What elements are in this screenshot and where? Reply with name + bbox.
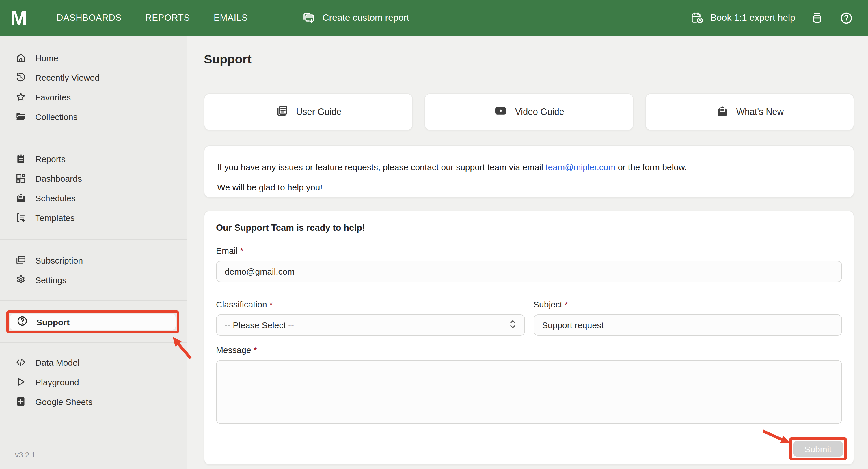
announcement-envelope-icon	[716, 104, 729, 120]
app-logo[interactable]: M	[10, 0, 35, 36]
submit-row: Submit	[216, 437, 847, 460]
user-guide-card[interactable]: User Guide	[204, 94, 413, 130]
history-icon	[15, 71, 27, 83]
youtube-play-icon	[494, 104, 508, 120]
sidebar-item-schedules[interactable]: Schedules	[0, 188, 187, 208]
sidebar-item-collections[interactable]: Collections	[0, 107, 187, 126]
support-email-link[interactable]: team@mipler.com	[546, 162, 615, 172]
create-custom-report-label: Create custom report	[322, 13, 409, 23]
sidebar-group-account: Subscription Settings	[0, 240, 187, 290]
sidebar-item-label: Dashboards	[35, 173, 82, 183]
play-icon	[15, 376, 27, 388]
navbar-menu: DASHBOARDS REPORTS EMAILS	[57, 13, 248, 23]
info-line-1: If you have any issues or feature reques…	[217, 157, 841, 177]
sidebar-item-label: Reports	[35, 154, 66, 164]
card-label: User Guide	[296, 107, 342, 117]
chevron-up-down-icon	[508, 319, 517, 331]
home-icon	[15, 52, 27, 63]
sidebar-item-label: Google Sheets	[35, 397, 93, 406]
create-custom-report-button[interactable]: Create custom report	[302, 11, 409, 25]
sidebar-item-label: Playground	[35, 377, 79, 387]
sidebar-item-home[interactable]: Home	[0, 48, 187, 67]
clipboard-icon	[15, 153, 27, 164]
sidebar-group-tools: Data Model Playground	[0, 343, 187, 411]
main-content: Support User Guide	[187, 36, 868, 469]
email-field[interactable]	[216, 261, 842, 282]
sidebar-item-dashboards[interactable]: Dashboards	[0, 168, 187, 188]
sidebar-item-label: Collections	[35, 112, 78, 122]
help-icon[interactable]	[839, 11, 854, 25]
code-icon	[15, 357, 27, 368]
sidebar-item-label: Home	[35, 53, 58, 63]
book-expert-help-button[interactable]: Book 1:1 expert help	[690, 11, 795, 25]
sidebar-item-templates[interactable]: Templates	[0, 208, 187, 227]
card-label: Video Guide	[515, 107, 564, 117]
sidebar-item-reports[interactable]: Reports	[0, 149, 187, 168]
select-value: -- Please Select --	[225, 320, 294, 330]
sidebar-item-label: Recently Viewed	[35, 72, 100, 82]
subject-field[interactable]	[533, 314, 842, 336]
required-asterisk: *	[240, 246, 243, 256]
video-guide-card[interactable]: Video Guide	[425, 94, 633, 130]
sidebar-item-label: Data Model	[35, 357, 80, 367]
sidebar: Home Recently Viewed	[0, 36, 187, 469]
subject-column: Subject*	[533, 299, 842, 336]
sidebar-group-content: Reports Dashboards	[0, 137, 187, 227]
label-text: Email	[216, 246, 238, 256]
question-circle-icon	[16, 315, 28, 329]
nav-item-reports[interactable]: REPORTS	[145, 13, 190, 23]
sidebar-item-subscription[interactable]: Subscription	[0, 250, 187, 270]
app-root: M DASHBOARDS REPORTS EMAILS Create custo…	[0, 0, 868, 469]
sidebar-item-data-model[interactable]: Data Model	[0, 353, 187, 372]
form-row: Classification* -- Please Select --	[216, 299, 842, 336]
dashboard-grid-icon	[15, 172, 27, 184]
envelope-open-icon	[15, 192, 27, 204]
sidebar-item-recently-viewed[interactable]: Recently Viewed	[0, 67, 187, 87]
info-text: or the form below.	[615, 162, 687, 172]
sheets-icon	[15, 396, 27, 407]
sidebar-item-label: Support	[36, 317, 70, 327]
info-line-2: We will be glad to help you!	[217, 177, 841, 197]
divider	[0, 444, 187, 444]
sidebar-item-playground[interactable]: Playground	[0, 372, 187, 392]
submit-annotation-box: Submit	[789, 437, 847, 460]
sidebar-group-general: Home Recently Viewed	[0, 36, 187, 126]
page-body: Home Recently Viewed	[0, 36, 868, 469]
nav-item-dashboards[interactable]: DASHBOARDS	[57, 13, 122, 23]
sidebar-item-label: Favorites	[35, 92, 71, 102]
sidebar-item-settings[interactable]: Settings	[0, 270, 187, 290]
user-guide-icon	[276, 104, 289, 120]
classification-column: Classification* -- Please Select --	[216, 299, 525, 336]
sidebar-item-google-sheets[interactable]: Google Sheets	[0, 392, 187, 411]
sidebar-item-label: Templates	[35, 212, 75, 223]
calendar-clock-icon	[690, 11, 704, 25]
message-textarea[interactable]	[216, 360, 842, 424]
sidebar-item-support[interactable]: Support	[10, 314, 176, 330]
label-text: Subject	[533, 299, 562, 309]
subscription-cards-icon	[15, 255, 27, 266]
support-annotation-box: Support	[6, 310, 179, 333]
info-text: If you have any issues or feature reques…	[217, 162, 546, 172]
template-list-icon	[15, 212, 27, 223]
gear-icon	[15, 274, 27, 286]
support-info-box: If you have any issues or feature reques…	[204, 145, 854, 198]
required-asterisk: *	[564, 299, 568, 309]
required-asterisk: *	[253, 345, 257, 355]
classification-select[interactable]: -- Please Select --	[216, 314, 525, 336]
archive-icon[interactable]	[810, 11, 824, 25]
subject-label: Subject*	[533, 299, 842, 309]
divider	[0, 300, 187, 301]
app-version: v3.2.1	[0, 450, 187, 459]
guide-cards: User Guide Video Guide	[204, 94, 854, 130]
top-navbar: M DASHBOARDS REPORTS EMAILS Create custo…	[0, 0, 868, 36]
sidebar-item-favorites[interactable]: Favorites	[0, 87, 187, 107]
whats-new-card[interactable]: What's New	[645, 94, 854, 130]
divider	[0, 423, 187, 424]
nav-item-emails[interactable]: EMAILS	[214, 13, 248, 23]
sidebar-item-label: Schedules	[35, 193, 76, 203]
sidebar-item-label: Subscription	[35, 255, 83, 265]
book-expert-help-label: Book 1:1 expert help	[710, 13, 795, 23]
sidebar-item-label: Settings	[35, 275, 66, 285]
submit-button[interactable]: Submit	[793, 441, 843, 457]
folder-icon	[15, 111, 27, 122]
